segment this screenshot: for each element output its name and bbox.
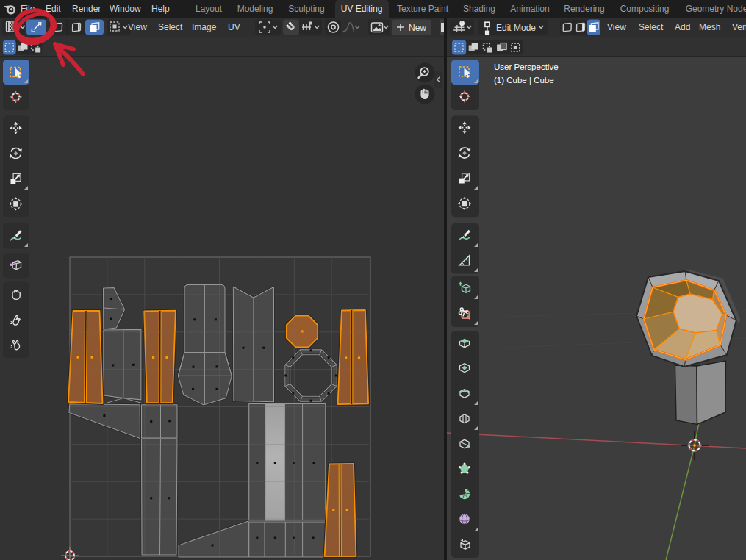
svg-text:Edit Mode: Edit Mode (496, 23, 536, 33)
svg-text:User Perspective: User Perspective (494, 62, 559, 71)
svg-text:New: New (409, 23, 426, 33)
svg-text:(1) Cube | Cube: (1) Cube | Cube (494, 76, 554, 85)
